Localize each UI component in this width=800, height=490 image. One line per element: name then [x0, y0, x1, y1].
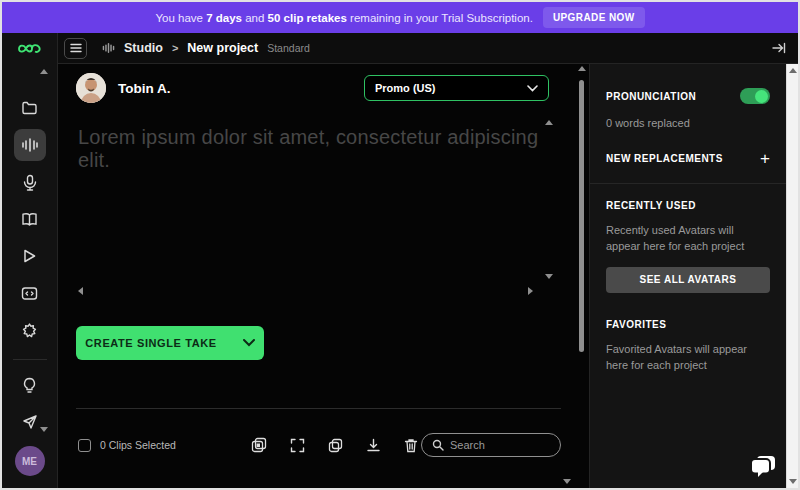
clip-search[interactable] — [421, 433, 561, 457]
retake-all-button[interactable] — [251, 437, 267, 453]
trial-banner-text: You have 7 days and 50 clip retakes rema… — [155, 12, 532, 24]
pronunciation-title: PRONUNCIATION — [606, 91, 696, 102]
sidebar-item-library[interactable] — [14, 203, 46, 235]
play-icon — [22, 248, 37, 264]
favorites-section: FAVORITES — [606, 319, 770, 330]
search-icon — [432, 439, 444, 451]
clips-selection: 0 Clips Selected — [78, 439, 248, 452]
menu-button[interactable] — [64, 38, 87, 59]
script-scroll-up-icon[interactable] — [545, 120, 553, 125]
editor-scrollbar[interactable] — [577, 66, 586, 486]
sidebar-item-projects[interactable] — [14, 92, 46, 124]
stickers-icon — [21, 322, 38, 339]
pronunciation-toggle[interactable] — [740, 88, 770, 104]
scrollbar-up-icon[interactable] — [578, 66, 586, 71]
replica-name: Tobin A. — [118, 81, 170, 96]
microphone-icon — [22, 174, 38, 191]
words-replaced-status: 0 words replaced — [606, 115, 770, 132]
clips-toolbar: 0 Clips Selected — [78, 430, 561, 460]
copy-button[interactable] — [328, 438, 343, 453]
sidebar-item-voice[interactable] — [14, 166, 46, 198]
favorites-title: FAVORITES — [606, 319, 666, 330]
app-window: You have 7 days and 50 clip retakes rema… — [0, 0, 800, 490]
upgrade-now-button[interactable]: UPGRADE NOW — [543, 7, 645, 28]
expand-icon — [290, 438, 305, 453]
banner-retakes-remaining: 50 clip retakes — [268, 12, 347, 24]
chevron-down-icon — [527, 85, 538, 92]
banner-suffix: remaining in your Trial Subscription. — [350, 12, 533, 24]
replica-avatar[interactable] — [76, 73, 106, 103]
sidebar-item-player[interactable] — [14, 240, 46, 272]
create-single-take-label: CREATE SINGLE TAKE — [85, 337, 216, 349]
toggle-knob — [755, 90, 768, 103]
new-replacements-section: NEW REPLACEMENTS + — [606, 150, 770, 167]
book-icon — [21, 212, 38, 227]
voice-style-select[interactable]: Promo (US) — [364, 75, 549, 101]
collapse-panel-button[interactable] — [772, 42, 786, 54]
next-take-icon[interactable] — [528, 287, 533, 295]
page-scroll-down-icon[interactable] — [563, 479, 571, 484]
search-input[interactable] — [450, 439, 550, 451]
retake-all-icon — [251, 437, 267, 453]
replica-avatar-image — [76, 73, 106, 103]
sidebar-nav — [13, 92, 47, 443]
footer-divider — [76, 408, 561, 409]
sidebar-item-studio[interactable] — [14, 129, 46, 161]
banner-days-remaining: 7 days — [206, 12, 242, 24]
expand-button[interactable] — [290, 438, 305, 453]
sidebar: ME — [2, 33, 58, 488]
recently-used-title: RECENTLY USED — [606, 200, 696, 211]
sidebar-item-captions[interactable] — [14, 277, 46, 309]
banner-conjunction: and — [245, 12, 264, 24]
chevron-down-icon — [243, 339, 255, 347]
brand-logo[interactable] — [2, 33, 57, 64]
favorites-description: Favorited Avatars will appear here for e… — [606, 341, 770, 374]
prev-take-icon[interactable] — [78, 287, 83, 295]
folder-icon — [21, 100, 38, 117]
sidebar-scroll-down-icon[interactable] — [40, 427, 48, 432]
sidebar-scroll-up-icon[interactable] — [40, 69, 48, 74]
window-scroll-up-icon[interactable] — [789, 68, 797, 73]
script-scroll-down-icon[interactable] — [545, 274, 553, 279]
breadcrumb-project-name[interactable]: New project — [187, 41, 258, 55]
scrollbar-thumb[interactable] — [579, 80, 584, 352]
recently-used-description: Recently used Avatars will appear here f… — [606, 222, 770, 255]
download-icon — [366, 438, 381, 453]
window-scroll-down-icon[interactable] — [789, 479, 797, 484]
send-icon — [22, 414, 38, 430]
delete-button[interactable] — [404, 438, 418, 453]
chat-bubbles-icon — [748, 454, 778, 480]
studio-waveform-icon — [102, 42, 115, 54]
sidebar-item-stickers[interactable] — [14, 314, 46, 346]
create-single-take-button[interactable]: CREATE SINGLE TAKE — [76, 326, 264, 360]
banner-prefix: You have — [155, 12, 203, 24]
download-button[interactable] — [366, 438, 381, 453]
top-toolbar: Studio > New project Standard — [58, 33, 798, 64]
user-avatar[interactable]: ME — [15, 446, 45, 476]
hamburger-icon — [70, 43, 82, 53]
plan-badge: Standard — [267, 42, 310, 54]
brand-logo-icon — [17, 41, 43, 56]
sidebar-item-ideas[interactable] — [14, 369, 46, 401]
script-editor: Tobin A. Promo (US) Lorem ipsum dolor si… — [58, 64, 589, 488]
window-scrollbar[interactable] — [786, 64, 798, 488]
copy-icon — [328, 438, 343, 453]
add-replacement-button[interactable]: + — [760, 150, 770, 167]
script-placeholder[interactable]: Lorem ipsum dolor sit amet, consectetur … — [78, 126, 543, 172]
panel-divider — [590, 183, 786, 184]
sidebar-item-share[interactable] — [14, 406, 46, 438]
voice-style-value: Promo (US) — [375, 82, 436, 94]
breadcrumb-studio[interactable]: Studio — [124, 41, 163, 55]
trial-banner: You have 7 days and 50 clip retakes rema… — [2, 2, 798, 33]
sidebar-divider — [13, 359, 47, 360]
lightbulb-icon — [22, 377, 37, 394]
clip-actions — [248, 437, 421, 453]
select-all-clips-checkbox[interactable] — [78, 439, 91, 452]
waveform-icon — [21, 137, 39, 153]
see-all-avatars-button[interactable]: SEE ALL AVATARS — [606, 267, 770, 293]
clips-selected-label: 0 Clips Selected — [100, 439, 176, 451]
chat-widget-button[interactable] — [748, 454, 778, 480]
recently-used-section: RECENTLY USED — [606, 200, 770, 211]
collapse-right-icon — [772, 42, 786, 54]
avatar-panel: PRONUNCIATION 0 words replaced NEW REPLA… — [589, 64, 786, 488]
